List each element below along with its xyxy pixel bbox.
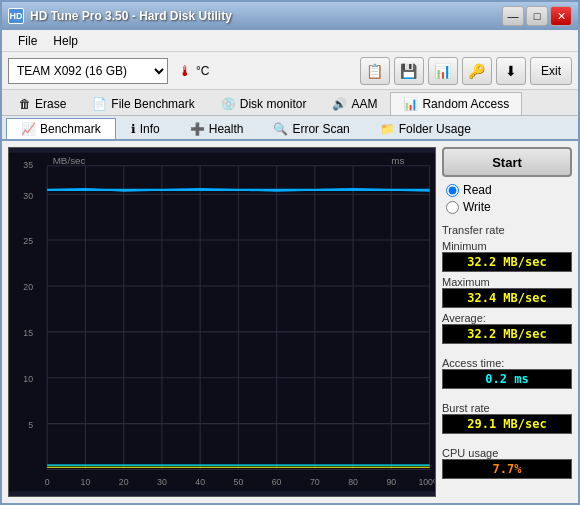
exit-button[interactable]: Exit (530, 57, 572, 85)
maximum-value: 32.4 MB/sec (442, 288, 572, 308)
svg-text:MB/sec: MB/sec (53, 155, 86, 166)
info-icon: ℹ (131, 122, 136, 136)
write-label: Write (463, 200, 491, 214)
svg-text:ms: ms (391, 155, 404, 166)
tab-erase-label: Erase (35, 97, 66, 111)
tab-folder-usage-label: Folder Usage (399, 122, 471, 136)
tab-file-benchmark-label: File Benchmark (111, 97, 194, 111)
write-radio-label[interactable]: Write (446, 200, 572, 214)
mode-radio-group: Read Write (442, 183, 572, 214)
burst-rate-section: Burst rate 29.1 MB/sec (442, 398, 572, 434)
tab-file-benchmark[interactable]: 📄 File Benchmark (79, 92, 207, 115)
benchmark-chart: MB/sec ms 35 30 25 20 15 10 5 35 30 25 2… (8, 147, 436, 497)
average-value: 32.2 MB/sec (442, 324, 572, 344)
health-icon: ➕ (190, 122, 205, 136)
app-icon: HD (8, 8, 24, 24)
minimum-label: Minimum (442, 240, 572, 252)
tab-benchmark[interactable]: 📈 Benchmark (6, 118, 116, 139)
access-time-value: 0.2 ms (442, 369, 572, 389)
start-button[interactable]: Start (442, 147, 572, 177)
benchmark-icon: 📈 (21, 122, 36, 136)
main-window: HD HD Tune Pro 3.50 - Hard Disk Utility … (0, 0, 580, 505)
svg-text:15: 15 (23, 328, 33, 338)
svg-text:30: 30 (23, 191, 33, 201)
svg-text:0: 0 (45, 477, 50, 487)
toolbar-btn-2[interactable]: 💾 (394, 57, 424, 85)
tab-erase[interactable]: 🗑 Erase (6, 92, 79, 115)
tab-benchmark-label: Benchmark (40, 122, 101, 136)
toolbar: TEAM X092 (16 GB) 🌡 °C 📋 💾 📊 🔑 ⬇ Exit (2, 52, 578, 90)
tab-error-scan-label: Error Scan (292, 122, 349, 136)
disk-monitor-icon: 💿 (221, 97, 236, 111)
svg-rect-0 (9, 153, 435, 492)
transfer-rate-section: Transfer rate Minimum 32.2 MB/sec Maximu… (442, 220, 572, 344)
tab-aam[interactable]: 🔊 AAM (319, 92, 390, 115)
svg-text:90: 90 (386, 477, 396, 487)
svg-text:5: 5 (28, 420, 33, 430)
tab-aam-label: AAM (351, 97, 377, 111)
svg-text:70: 70 (310, 477, 320, 487)
chart-svg: MB/sec ms 35 30 25 20 15 10 5 35 30 25 2… (9, 148, 435, 496)
svg-text:60: 60 (272, 477, 282, 487)
svg-text:100%: 100% (418, 477, 435, 487)
cpu-usage-label: CPU usage (442, 447, 572, 459)
burst-rate-value: 29.1 MB/sec (442, 414, 572, 434)
svg-text:80: 80 (348, 477, 358, 487)
tabs-row1: 🗑 Erase 📄 File Benchmark 💿 Disk monitor … (2, 90, 578, 116)
svg-text:30: 30 (157, 477, 167, 487)
write-radio[interactable] (446, 201, 459, 214)
menu-file[interactable]: File (10, 32, 45, 50)
file-benchmark-icon: 📄 (92, 97, 107, 111)
content-area: MB/sec ms 35 30 25 20 15 10 5 35 30 25 2… (2, 141, 578, 503)
aam-icon: 🔊 (332, 97, 347, 111)
tab-random-access-label: Random Access (422, 97, 509, 111)
read-radio[interactable] (446, 184, 459, 197)
tab-disk-monitor[interactable]: 💿 Disk monitor (208, 92, 320, 115)
svg-text:10: 10 (23, 374, 33, 384)
folder-usage-icon: 📁 (380, 122, 395, 136)
svg-text:25: 25 (23, 236, 33, 246)
menubar: File Help (2, 30, 578, 52)
toolbar-btn-3[interactable]: 📊 (428, 57, 458, 85)
random-access-icon: 📊 (403, 97, 418, 111)
drive-selector[interactable]: TEAM X092 (16 GB) (8, 58, 168, 84)
average-label: Average: (442, 312, 572, 324)
access-time-section: Access time: 0.2 ms (442, 353, 572, 389)
temperature-display: 🌡 °C (172, 61, 215, 81)
tab-random-access[interactable]: 📊 Random Access (390, 92, 522, 115)
read-label: Read (463, 183, 492, 197)
svg-text:40: 40 (195, 477, 205, 487)
maximize-button[interactable]: □ (526, 6, 548, 26)
cpu-usage-value: 7.7% (442, 459, 572, 479)
svg-text:35: 35 (23, 160, 33, 170)
minimize-button[interactable]: — (502, 6, 524, 26)
read-radio-label[interactable]: Read (446, 183, 572, 197)
window-title: HD Tune Pro 3.50 - Hard Disk Utility (30, 9, 502, 23)
toolbar-btn-5[interactable]: ⬇ (496, 57, 526, 85)
tabs-row2: 📈 Benchmark ℹ Info ➕ Health 🔍 Error Scan… (2, 116, 578, 141)
close-button[interactable]: ✕ (550, 6, 572, 26)
svg-text:50: 50 (234, 477, 244, 487)
menu-help[interactable]: Help (45, 32, 86, 50)
tab-info-label: Info (140, 122, 160, 136)
toolbar-btn-1[interactable]: 📋 (360, 57, 390, 85)
tab-health[interactable]: ➕ Health (175, 118, 259, 139)
cpu-usage-section: CPU usage 7.7% (442, 443, 572, 479)
title-bar: HD HD Tune Pro 3.50 - Hard Disk Utility … (2, 2, 578, 30)
tab-folder-usage[interactable]: 📁 Folder Usage (365, 118, 486, 139)
minimum-value: 32.2 MB/sec (442, 252, 572, 272)
tab-error-scan[interactable]: 🔍 Error Scan (258, 118, 364, 139)
access-time-label: Access time: (442, 357, 572, 369)
error-scan-icon: 🔍 (273, 122, 288, 136)
transfer-rate-label: Transfer rate (442, 224, 572, 236)
maximum-label: Maximum (442, 276, 572, 288)
tab-info[interactable]: ℹ Info (116, 118, 175, 139)
tab-disk-monitor-label: Disk monitor (240, 97, 307, 111)
erase-icon: 🗑 (19, 97, 31, 111)
right-panel: Start Read Write Transfer rate Minimum 3… (442, 147, 572, 497)
svg-text:20: 20 (119, 477, 129, 487)
svg-text:10: 10 (81, 477, 91, 487)
thermometer-icon: 🌡 (178, 63, 192, 79)
tab-health-label: Health (209, 122, 244, 136)
toolbar-btn-4[interactable]: 🔑 (462, 57, 492, 85)
